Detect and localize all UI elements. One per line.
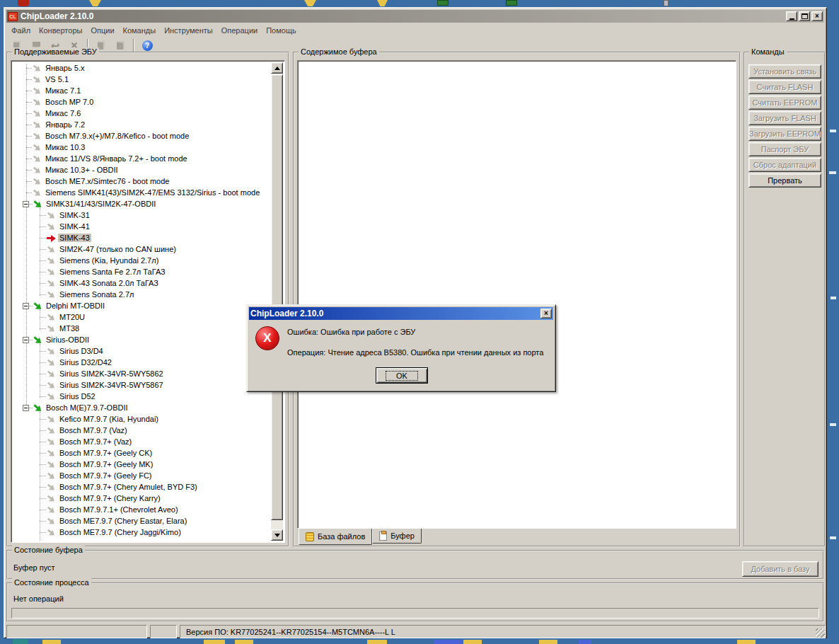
tree-item[interactable]: Bosch ME7.9.7 (Chery Jaggi/Kimo) — [13, 527, 271, 538]
dialog-error-line2: Операция: Чтение адреса B5380. Ошибка пр… — [287, 348, 543, 357]
tree-item[interactable]: Bosch ME7.9.7 (Chery Eastar, Elara) — [13, 515, 271, 527]
tree-item[interactable]: Январь 5.x — [13, 62, 271, 74]
tree-item[interactable]: Bosch M7.9.x(+)/M7.8/Kefico - boot mode — [13, 130, 271, 142]
tree-item[interactable]: Sirius SIM2K-34VR-5WY5862 — [13, 368, 271, 379]
tree-item[interactable]: VS 5.1 — [13, 74, 271, 85]
tree-item[interactable]: Bosch MP 7.0 — [13, 96, 271, 108]
tree-item-label: Bosch ME7.9.7 (Chery Jaggi/Kimo) — [58, 528, 183, 536]
tab-file-base[interactable]: База файлов — [299, 529, 372, 545]
tree-item[interactable]: Bosch M7.9.7.1+ (Chevrolet Aveo) — [13, 504, 271, 515]
tree-item[interactable]: Bosch M7.9.7 (Vaz) — [13, 425, 271, 436]
tree-item[interactable]: Микас 10.3+ - OBDII — [13, 164, 271, 176]
progress-bar — [11, 608, 819, 619]
tree-item-label: SIMK-43 Sonata 2.0л ТаГАЗ — [58, 279, 160, 287]
tree-item[interactable]: Микас 7.1 — [13, 85, 271, 96]
desktop-icon-fragment — [664, 0, 669, 6]
tree-item[interactable]: SIMK-41 — [13, 221, 271, 232]
tree-item[interactable]: Siemens SIMK41(43)/SIM2K-47/EMS 3132/Sir… — [13, 187, 271, 198]
tree-item[interactable]: Sirius D3/D4 — [13, 345, 271, 357]
commands-panel: Команды Установить связьСчитать FLASHСчи… — [743, 52, 826, 547]
tree-item[interactable]: Bosch M(E)7.9.7-OBDII — [13, 402, 271, 413]
tree-item[interactable]: Микас 11/VS 8/Январь 7.2+ - boot mode — [13, 153, 271, 164]
tree-item[interactable]: SIMK31/41/43/SIM2K-47-OBDII — [13, 198, 271, 209]
scroll-up-button[interactable] — [271, 62, 283, 74]
tree-item[interactable]: Bosch M7.9.7+ (Geely CK) — [13, 447, 271, 459]
save-buffer-icon[interactable] — [112, 38, 129, 53]
tree-item[interactable]: Bosch M7.9.7+ (Geely MK) — [13, 459, 271, 470]
tree-item[interactable]: Микас 7.6 — [13, 108, 271, 119]
tree-expand-toggle[interactable] — [23, 405, 29, 411]
tree-item-label: Bosch M7.9.7+ (Geely MK) — [58, 460, 154, 468]
command-button[interactable]: Установить связь — [748, 64, 821, 79]
tree-item[interactable]: Siemens (Kia, Hyundai 2.7л) — [13, 255, 271, 266]
tree-item[interactable]: Siemens Santa Fe 2.7л ТаГАЗ — [13, 266, 271, 277]
tree-group-arrow-icon — [31, 299, 44, 312]
tree-item[interactable]: SIMK-43 — [13, 232, 271, 243]
ok-button[interactable]: OK — [376, 367, 428, 384]
tree-item[interactable]: SIMK-43 Sonata 2.0л ТаГАЗ — [13, 277, 271, 289]
tree-item[interactable]: Delphi MT-OBDII — [13, 300, 271, 311]
tree-item[interactable]: MT38 — [13, 323, 271, 334]
resize-grip[interactable] — [816, 628, 825, 638]
command-button[interactable]: Загрузить FLASH — [748, 111, 821, 125]
tree-leaf-arrow-icon — [45, 357, 57, 369]
dialog-titlebar[interactable]: ChipLoader 2.10.0 × — [249, 307, 553, 320]
tree-item[interactable]: Siemens Sonata 2.7л — [13, 289, 271, 300]
add-to-base-button[interactable]: Добавить в базу — [742, 561, 818, 577]
desktop-icon-fragment — [18, 0, 29, 6]
tree-item[interactable]: Bosch M7.9.7+ (Vaz) — [13, 436, 271, 447]
menu-item[interactable]: Помощь — [262, 25, 301, 35]
error-icon: X — [255, 326, 279, 350]
menu-item[interactable]: Операции — [217, 25, 262, 35]
dialog-close-button[interactable]: × — [540, 309, 552, 318]
tree-item[interactable]: Январь 7.2 — [13, 119, 271, 130]
tree-item[interactable]: Sirius-OBDII — [13, 334, 271, 345]
command-button[interactable]: Паспорт ЭБУ — [748, 142, 821, 156]
maximize-button[interactable] — [799, 11, 810, 21]
tree-item[interactable]: Sirius D52 — [13, 391, 271, 402]
tree-item[interactable]: Sirius SIM2K-34VR-5WY5867 — [13, 379, 271, 391]
tree-leaf-arrow-icon — [45, 323, 57, 335]
menu-item[interactable]: Команды — [119, 25, 161, 35]
tree-expand-toggle[interactable] — [23, 303, 29, 309]
buffer-content — [297, 60, 736, 529]
tree-leaf-arrow-icon — [45, 311, 57, 323]
tree-item[interactable]: SIMK-31 — [13, 209, 271, 221]
tree-scrollbar[interactable] — [271, 62, 283, 541]
tree-item[interactable]: Bosch M7.9.7+ (Chery Karry) — [13, 493, 271, 504]
dialog-error-line1: Ошибка: Ошибка при работе с ЭБУ — [287, 328, 415, 336]
tree-item[interactable]: Микас 10.3 — [13, 142, 271, 153]
tree-item[interactable]: Sirius D32/D42 — [13, 357, 271, 368]
tree-item[interactable]: SIM2K-47 (только по CAN шине) — [13, 243, 271, 255]
tree-item-label: SIMK31/41/43/SIM2K-47-OBDII — [45, 200, 157, 208]
tree-item[interactable]: Bosch ME7.x/Simtec76 - boot mode — [13, 176, 271, 187]
desktop-icon-fragment — [377, 0, 388, 6]
command-button[interactable]: Считать EEPROM — [748, 96, 821, 110]
menu-item[interactable]: Инструменты — [160, 25, 217, 35]
tree-item[interactable]: Kefico M7.9.7 (Kia, Hyundai) — [13, 413, 271, 425]
tree-item[interactable]: Bosch M7.9.7+ (Geely FC) — [13, 470, 271, 481]
clipboard-icon — [379, 531, 387, 541]
command-button[interactable]: Считать FLASH — [748, 80, 821, 94]
tree-expand-toggle[interactable] — [23, 337, 29, 343]
menu-item[interactable]: Опции — [86, 25, 118, 35]
command-button[interactable]: Прервать — [748, 173, 821, 188]
tree-item-label: Bosch M7.9.7+ (Geely CK) — [58, 449, 154, 457]
close-icon: × — [544, 310, 548, 317]
command-button[interactable]: Сброс адаптаций — [748, 158, 821, 172]
tree-item[interactable]: Bosch M7.9.7+ (Chery Amulet, BYD F3) — [13, 481, 271, 493]
tree-expand-toggle[interactable] — [23, 201, 29, 207]
scroll-down-button[interactable] — [271, 529, 283, 541]
close-button[interactable]: × — [811, 11, 823, 21]
command-button[interactable]: Загрузить EEPROM — [748, 127, 821, 141]
menu-item[interactable]: Конверторы — [35, 25, 86, 35]
tree-item[interactable]: MT20U — [13, 311, 271, 323]
help-icon[interactable]: ? — [139, 38, 156, 53]
scrollbar-thumb[interactable] — [271, 74, 283, 520]
minimize-icon — [789, 18, 794, 20]
tab-buffer[interactable]: Буфер — [372, 529, 422, 544]
tree-item[interactable]: Bosch ME7.9.7 (Chery Tiggo/CrossEastar/F… — [13, 538, 271, 541]
minimize-button[interactable] — [786, 11, 797, 21]
window-titlebar[interactable]: CL ChipLoader 2.10.0 × — [6, 10, 824, 23]
menu-item[interactable]: Файл — [7, 25, 35, 35]
